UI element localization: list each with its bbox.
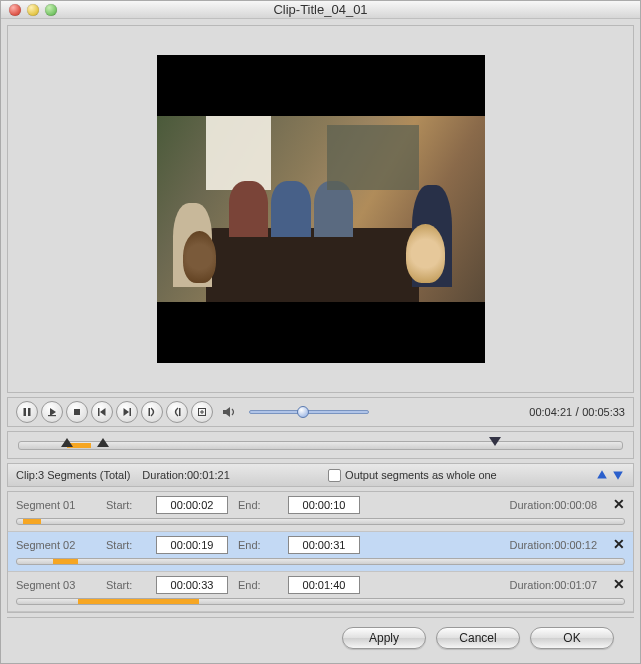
video-canvas[interactable] bbox=[157, 55, 485, 363]
window: Clip-Title_04_01 bbox=[0, 0, 641, 664]
minimize-icon[interactable] bbox=[27, 4, 39, 16]
player-controls: 00:04:21 / 00:05:33 bbox=[7, 397, 634, 427]
pause-button[interactable] bbox=[16, 401, 38, 423]
svg-marker-2 bbox=[50, 408, 56, 416]
button-row: Apply Cancel OK bbox=[7, 617, 634, 657]
start-label: Start: bbox=[106, 539, 146, 551]
end-input[interactable] bbox=[288, 536, 360, 554]
move-up-button[interactable] bbox=[595, 468, 609, 482]
segment-track-fill bbox=[53, 559, 77, 564]
apply-button[interactable]: Apply bbox=[342, 627, 426, 649]
traffic-lights bbox=[9, 4, 57, 16]
video-frame bbox=[157, 116, 485, 302]
play-current-button[interactable] bbox=[41, 401, 63, 423]
end-label: End: bbox=[238, 539, 278, 551]
start-label: Start: bbox=[106, 579, 146, 591]
move-down-button[interactable] bbox=[611, 468, 625, 482]
segments-list: Segment 01Start:End:Duration:00:00:08✕Se… bbox=[7, 491, 634, 613]
volume-slider[interactable] bbox=[249, 410, 369, 414]
svg-rect-3 bbox=[48, 415, 56, 416]
next-frame-button[interactable] bbox=[116, 401, 138, 423]
total-duration: Duration:00:01:21 bbox=[142, 469, 229, 481]
svg-rect-8 bbox=[130, 408, 132, 416]
set-in-button[interactable] bbox=[141, 401, 163, 423]
new-segment-button[interactable] bbox=[191, 401, 213, 423]
segment-track[interactable] bbox=[16, 558, 625, 565]
end-label: End: bbox=[238, 579, 278, 591]
segment-row[interactable]: Segment 03Start:End:Duration:00:01:07✕ bbox=[8, 572, 633, 612]
delete-segment-button[interactable]: ✕ bbox=[613, 496, 625, 512]
svg-rect-10 bbox=[179, 408, 181, 416]
svg-rect-4 bbox=[74, 409, 80, 415]
timeline-track[interactable] bbox=[18, 441, 623, 450]
segment-row[interactable]: Segment 02Start:End:Duration:00:00:12✕ bbox=[8, 532, 633, 572]
svg-rect-13 bbox=[200, 412, 204, 413]
delete-segment-button[interactable]: ✕ bbox=[613, 576, 625, 592]
time-total: 00:05:33 bbox=[582, 406, 625, 418]
start-input[interactable] bbox=[156, 536, 228, 554]
output-whole-label: Output segments as whole one bbox=[345, 469, 497, 481]
video-area bbox=[7, 25, 634, 393]
zoom-icon[interactable] bbox=[45, 4, 57, 16]
close-icon[interactable] bbox=[9, 4, 21, 16]
time-display: 00:04:21 / 00:05:33 bbox=[529, 405, 625, 419]
segment-name: Segment 01 bbox=[16, 499, 96, 511]
segment-duration: Duration:00:00:08 bbox=[510, 499, 597, 511]
cancel-button[interactable]: Cancel bbox=[436, 627, 520, 649]
end-input[interactable] bbox=[288, 496, 360, 514]
clip-segments-label: Clip:3 Segments (Total) bbox=[16, 469, 130, 481]
svg-marker-14 bbox=[223, 407, 230, 417]
svg-marker-7 bbox=[124, 408, 130, 416]
out-marker-icon[interactable] bbox=[97, 438, 109, 447]
in-marker-icon[interactable] bbox=[61, 438, 73, 447]
svg-marker-6 bbox=[100, 408, 106, 416]
segment-duration: Duration:00:00:12 bbox=[510, 539, 597, 551]
playhead-icon[interactable] bbox=[489, 437, 501, 446]
svg-rect-0 bbox=[24, 408, 27, 416]
window-title: Clip-Title_04_01 bbox=[1, 2, 640, 17]
start-input[interactable] bbox=[156, 576, 228, 594]
svg-rect-1 bbox=[28, 408, 31, 416]
timeline[interactable] bbox=[7, 431, 634, 459]
start-label: Start: bbox=[106, 499, 146, 511]
svg-rect-5 bbox=[98, 408, 100, 416]
segment-track[interactable] bbox=[16, 518, 625, 525]
segment-track-fill bbox=[78, 599, 199, 604]
prev-frame-button[interactable] bbox=[91, 401, 113, 423]
stop-button[interactable] bbox=[66, 401, 88, 423]
volume-icon bbox=[222, 405, 236, 419]
svg-marker-15 bbox=[597, 470, 607, 478]
output-whole-checkbox[interactable]: Output segments as whole one bbox=[328, 469, 497, 482]
titlebar: Clip-Title_04_01 bbox=[1, 1, 640, 19]
start-input[interactable] bbox=[156, 496, 228, 514]
segment-track-fill bbox=[23, 519, 41, 524]
segment-duration: Duration:00:01:07 bbox=[510, 579, 597, 591]
info-row: Clip:3 Segments (Total) Duration:00:01:2… bbox=[7, 463, 634, 487]
volume-slider-thumb[interactable] bbox=[297, 406, 309, 418]
delete-segment-button[interactable]: ✕ bbox=[613, 536, 625, 552]
end-input[interactable] bbox=[288, 576, 360, 594]
end-label: End: bbox=[238, 499, 278, 511]
segment-row[interactable]: Segment 01Start:End:Duration:00:00:08✕ bbox=[8, 492, 633, 532]
segment-name: Segment 03 bbox=[16, 579, 96, 591]
segment-name: Segment 02 bbox=[16, 539, 96, 551]
svg-marker-16 bbox=[613, 471, 623, 479]
svg-rect-9 bbox=[149, 408, 151, 416]
content: 00:04:21 / 00:05:33 Clip:3 Segments (Tot… bbox=[1, 19, 640, 663]
segment-track[interactable] bbox=[16, 598, 625, 605]
set-out-button[interactable] bbox=[166, 401, 188, 423]
time-current: 00:04:21 bbox=[529, 406, 572, 418]
checkbox-box-icon[interactable] bbox=[328, 469, 341, 482]
ok-button[interactable]: OK bbox=[530, 627, 614, 649]
